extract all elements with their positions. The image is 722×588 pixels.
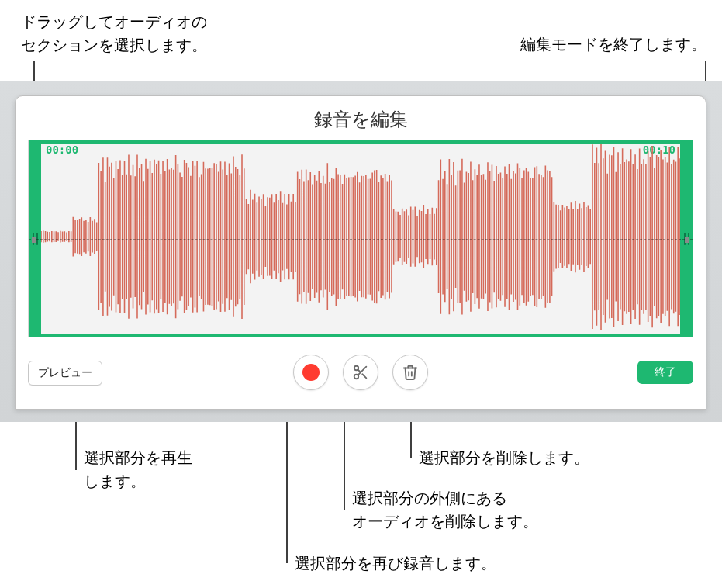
svg-line-3 xyxy=(362,374,366,378)
edit-recording-panel: 録音を編集 00:00 00:10 プレビュー xyxy=(15,95,706,410)
trash-icon xyxy=(402,364,419,381)
toolbar-center-group xyxy=(293,355,428,390)
record-button[interactable] xyxy=(293,355,329,390)
toolbar: プレビュー xyxy=(16,337,706,399)
callout-trim-outside: 選択部分の外側にある オーディオを削除します。 xyxy=(352,486,538,533)
done-button[interactable]: 終了 xyxy=(637,361,693,384)
preview-button[interactable]: プレビュー xyxy=(28,361,102,386)
svg-line-4 xyxy=(358,369,361,372)
record-icon xyxy=(302,364,320,381)
callout-drag-select: ドラッグしてオーディオの セクションを選択します。 xyxy=(21,10,207,57)
waveform-icon xyxy=(41,140,680,333)
delete-button[interactable] xyxy=(392,355,428,390)
scissors-icon xyxy=(352,364,369,381)
callout-rerecord-selection: 選択部分を再び録音します。 xyxy=(295,552,496,575)
app-background: 録音を編集 00:00 00:10 プレビュー xyxy=(0,81,722,422)
callout-play-selection: 選択部分を再生 します。 xyxy=(84,446,192,493)
trim-button[interactable] xyxy=(343,355,378,390)
panel-title: 録音を編集 xyxy=(16,96,706,140)
callout-exit-edit: 編集モードを終了します。 xyxy=(520,33,706,56)
waveform-midline xyxy=(29,239,693,240)
callout-delete-selection: 選択部分を削除します。 xyxy=(419,446,589,469)
waveform-area[interactable]: 00:00 00:10 xyxy=(28,140,693,337)
